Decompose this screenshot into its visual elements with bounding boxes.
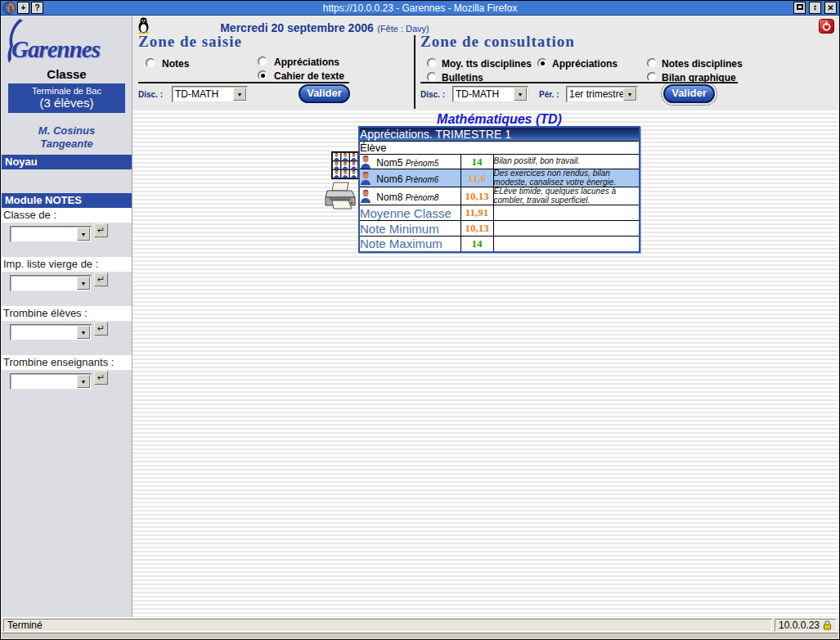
maximize-button[interactable]	[793, 2, 806, 14]
table-subheader-row: Élève	[359, 142, 640, 155]
window-title: https://10.0.0.23 - Garennes - Mozilla F…	[1, 1, 839, 16]
radio-saisie-notes-label[interactable]: Notes	[162, 58, 189, 70]
host-name: 10.0.0.23	[779, 620, 820, 631]
shade-button[interactable]: ▲▼	[809, 2, 821, 14]
zone-divider	[414, 35, 416, 109]
appreciation-cell: Bilan positif, bon travail.	[493, 155, 640, 169]
chevron-down-icon[interactable]: ▼	[623, 88, 636, 101]
radio-saisie-appreciations[interactable]	[258, 56, 267, 66]
periode-select[interactable]: 1er trimestre ▼	[566, 86, 638, 102]
radio-consult-bulletins[interactable]	[427, 72, 437, 82]
radio-consult-appreciations-label[interactable]: Appréciations	[552, 58, 618, 70]
main-area: Mercredi 20 septembre 2006 (Fête : Davy)…	[133, 16, 838, 617]
imp-liste-submit-button[interactable]: ↵	[94, 273, 108, 286]
classe-count: (3 élèves)	[8, 96, 125, 110]
divider	[138, 82, 349, 83]
trombine-enseignants-label: Trombine enseignants :	[2, 355, 132, 370]
chevron-down-icon[interactable]: ▼	[77, 326, 90, 339]
periode-label: Pér. :	[539, 90, 559, 99]
penguin-icon	[137, 17, 150, 34]
sidebar-section-noyau[interactable]: Noyau	[2, 155, 132, 169]
student-name-cell[interactable]: Nom6 Prènom6	[359, 169, 460, 187]
appreciations-table: Appréciations. TRIMESTRE 1 Élève Nom5 Pr…	[358, 126, 640, 253]
valider-saisie-button[interactable]: Valider	[299, 84, 350, 103]
maximize-icon	[797, 4, 803, 10]
trombine-enseignants-submit-button[interactable]: ↵	[94, 371, 108, 385]
valider-consult-button[interactable]: Valider	[663, 84, 715, 103]
empty-cell	[493, 237, 640, 252]
student-avatar-icon	[360, 190, 371, 203]
chevron-down-icon[interactable]: ▼	[233, 88, 246, 101]
trombine-enseignants-select[interactable]: ▼	[10, 373, 92, 390]
radio-saisie-appreciations-label[interactable]: Appréciations	[274, 56, 339, 68]
summary-label: Moyenne Classe	[359, 205, 460, 221]
chevron-down-icon[interactable]: ▼	[77, 277, 90, 290]
summary-row: Note Minimum 10,13	[359, 221, 640, 237]
zone-consultation-title: Zone de consultation	[420, 33, 575, 51]
printer-icon[interactable]	[322, 181, 358, 212]
empty-cell	[493, 221, 640, 237]
summary-label: Note Maximum	[359, 237, 460, 252]
radio-consult-notes-disciplines-label[interactable]: Notes disciplines	[662, 58, 743, 70]
new-tab-button[interactable]: +	[17, 2, 29, 14]
note-cell: 11,6	[460, 169, 493, 187]
summary-row: Moyenne Classe 11,91	[359, 205, 640, 221]
eleve-column-header: Élève	[359, 142, 640, 155]
disc-label-saisie: Disc. :	[138, 90, 163, 99]
radio-saisie-notes[interactable]	[146, 58, 155, 68]
window-resize-frame[interactable]	[2, 633, 838, 638]
close-button[interactable]: ✕	[824, 2, 837, 14]
zone-saisie-title: Zone de saisie	[138, 33, 242, 51]
radio-saisie-cahier[interactable]	[258, 70, 267, 80]
trombine-eleves-submit-button[interactable]: ↵	[94, 322, 108, 336]
table-title: Appréciations. TRIMESTRE 1	[359, 127, 640, 142]
trombine-eleves-label: Trombine élèves :	[2, 306, 132, 321]
titlebar: + ? https://10.0.0.23 - Garennes - Mozil…	[1, 1, 839, 16]
imp-liste-label: Imp. liste vierge de :	[2, 257, 132, 272]
help-button[interactable]: ?	[31, 2, 43, 14]
logo-text: Garennes	[11, 36, 100, 63]
sidebar-section-module-notes[interactable]: Module NOTES	[2, 193, 132, 208]
classe-label: Classe	[2, 67, 132, 81]
student-avatar-icon	[360, 172, 371, 185]
trombinoscope-icon[interactable]	[331, 151, 359, 179]
imp-liste-select[interactable]: ▼	[10, 275, 92, 291]
table-header-row: Appréciations. TRIMESTRE 1	[359, 127, 640, 142]
shade-icon: ▲▼	[810, 4, 820, 11]
classe-name: Terminale de Bac	[8, 86, 125, 96]
chevron-down-icon[interactable]: ▼	[77, 375, 90, 388]
summary-label: Note Minimum	[359, 221, 460, 237]
chevron-down-icon[interactable]: ▼	[514, 88, 527, 101]
disc-select-saisie[interactable]: TD-MATH ▼	[172, 86, 248, 102]
note-cell: 10,13	[460, 187, 493, 205]
classe-de-submit-button[interactable]: ↵	[94, 223, 108, 237]
empty-cell	[493, 205, 640, 221]
summary-value: 11,91	[460, 205, 493, 221]
logout-power-button[interactable]	[819, 19, 834, 34]
firefox-icon	[2, 2, 16, 15]
classe-de-select[interactable]: ▼	[10, 226, 92, 242]
student-name-cell[interactable]: Nom5 Prènom5	[359, 155, 460, 169]
status-bar: Terminé 10.0.0.23	[2, 617, 838, 633]
radio-consult-bilan[interactable]	[647, 72, 657, 82]
radio-consult-moyennes-label[interactable]: Moy. tts disciplines	[442, 58, 532, 70]
lock-icon[interactable]	[822, 620, 833, 630]
browser-window: + ? https://10.0.0.23 - Garennes - Mozil…	[0, 0, 840, 640]
garennes-logo: Garennes	[2, 16, 132, 65]
trombine-eleves-select[interactable]: ▼	[10, 324, 92, 340]
chevron-down-icon[interactable]: ▼	[77, 228, 90, 241]
radio-consult-appreciations[interactable]	[537, 58, 547, 68]
radio-consult-notes-disciplines[interactable]	[647, 58, 657, 68]
divider	[420, 82, 738, 83]
teacher-name: M. Cosinus Tangeante	[2, 124, 132, 151]
classe-de-label: Classe de :	[2, 208, 132, 223]
appreciation-cell: Des exercices non rendus, bilan modeste,…	[493, 169, 640, 187]
student-name-cell[interactable]: Nom8 Prènom8	[359, 187, 460, 205]
disc-select-consult[interactable]: TD-MATH ▼	[452, 86, 528, 102]
appreciation-cell: ÉLève timide, quelques lacunes à combler…	[493, 187, 640, 205]
classe-box: Terminale de Bac (3 élèves)	[8, 83, 125, 113]
current-date: Mercredi 20 septembre 2006	[220, 21, 374, 34]
radio-saisie-cahier-label[interactable]: Cahier de texte	[274, 70, 344, 82]
note-cell: 14	[460, 155, 493, 169]
radio-consult-moyennes[interactable]	[427, 58, 437, 68]
